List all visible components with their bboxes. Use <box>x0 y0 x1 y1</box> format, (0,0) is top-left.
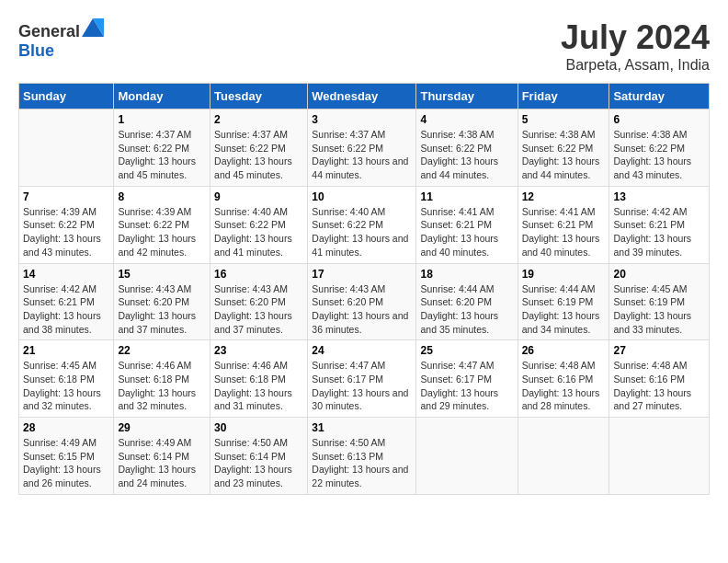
header-day: Sunday <box>19 84 114 109</box>
day-number: 29 <box>118 421 206 434</box>
day-detail: Sunrise: 4:40 AMSunset: 6:22 PMDaylight:… <box>214 205 303 259</box>
day-number: 12 <box>522 190 606 203</box>
page-header: General Blue July 2024 Barpeta, Assam, I… <box>18 18 710 74</box>
calendar-cell <box>19 109 114 187</box>
day-detail: Sunrise: 4:39 AMSunset: 6:22 PMDaylight:… <box>118 205 206 259</box>
header-day: Saturday <box>609 84 710 109</box>
day-detail: Sunrise: 4:42 AMSunset: 6:21 PMDaylight:… <box>613 205 705 259</box>
header-row: SundayMondayTuesdayWednesdayThursdayFrid… <box>19 84 710 109</box>
day-number: 31 <box>312 421 412 434</box>
day-number: 8 <box>118 190 206 203</box>
day-detail: Sunrise: 4:50 AMSunset: 6:14 PMDaylight:… <box>214 436 303 490</box>
day-number: 28 <box>23 421 109 434</box>
calendar-cell: 13Sunrise: 4:42 AMSunset: 6:21 PMDayligh… <box>609 186 710 263</box>
calendar-cell: 21Sunrise: 4:45 AMSunset: 6:18 PMDayligh… <box>19 340 114 418</box>
day-number: 21 <box>23 344 109 357</box>
day-detail: Sunrise: 4:38 AMSunset: 6:22 PMDaylight:… <box>522 128 606 182</box>
day-detail: Sunrise: 4:38 AMSunset: 6:22 PMDaylight:… <box>613 128 705 182</box>
day-number: 3 <box>312 113 412 126</box>
calendar-cell: 11Sunrise: 4:41 AMSunset: 6:21 PMDayligh… <box>416 186 518 263</box>
calendar-week-row: 28Sunrise: 4:49 AMSunset: 6:15 PMDayligh… <box>19 418 710 495</box>
day-detail: Sunrise: 4:49 AMSunset: 6:15 PMDaylight:… <box>23 436 109 490</box>
day-detail: Sunrise: 4:44 AMSunset: 6:20 PMDaylight:… <box>420 282 513 337</box>
calendar-body: 1Sunrise: 4:37 AMSunset: 6:22 PMDaylight… <box>19 109 710 495</box>
calendar-header: SundayMondayTuesdayWednesdayThursdayFrid… <box>19 84 710 109</box>
logo-blue: Blue <box>18 41 54 60</box>
calendar-cell: 23Sunrise: 4:46 AMSunset: 6:18 PMDayligh… <box>210 340 308 418</box>
calendar-cell: 7Sunrise: 4:39 AMSunset: 6:22 PMDaylight… <box>19 186 114 263</box>
calendar-cell: 3Sunrise: 4:37 AMSunset: 6:22 PMDaylight… <box>308 109 416 187</box>
calendar-week-row: 14Sunrise: 4:42 AMSunset: 6:21 PMDayligh… <box>19 263 710 340</box>
main-title: July 2024 <box>561 18 710 57</box>
calendar-cell <box>518 418 609 495</box>
day-number: 27 <box>613 344 705 357</box>
day-number: 5 <box>522 113 606 126</box>
calendar-cell: 22Sunrise: 4:46 AMSunset: 6:18 PMDayligh… <box>114 340 210 418</box>
calendar-cell: 29Sunrise: 4:49 AMSunset: 6:14 PMDayligh… <box>114 418 210 495</box>
day-number: 24 <box>312 344 412 357</box>
calendar-cell: 25Sunrise: 4:47 AMSunset: 6:17 PMDayligh… <box>416 340 518 418</box>
day-detail: Sunrise: 4:38 AMSunset: 6:22 PMDaylight:… <box>420 128 513 182</box>
calendar-week-row: 7Sunrise: 4:39 AMSunset: 6:22 PMDaylight… <box>19 186 710 263</box>
day-number: 18 <box>420 268 513 281</box>
calendar-cell: 30Sunrise: 4:50 AMSunset: 6:14 PMDayligh… <box>210 418 308 495</box>
title-block: July 2024 Barpeta, Assam, India <box>561 18 710 74</box>
day-number: 23 <box>214 344 303 357</box>
day-number: 13 <box>613 190 705 203</box>
calendar-week-row: 21Sunrise: 4:45 AMSunset: 6:18 PMDayligh… <box>19 340 710 418</box>
calendar-cell: 28Sunrise: 4:49 AMSunset: 6:15 PMDayligh… <box>19 418 114 495</box>
calendar-cell: 2Sunrise: 4:37 AMSunset: 6:22 PMDaylight… <box>210 109 308 187</box>
logo: General Blue <box>18 18 104 61</box>
day-detail: Sunrise: 4:37 AMSunset: 6:22 PMDaylight:… <box>118 128 206 182</box>
day-number: 16 <box>214 268 303 281</box>
day-detail: Sunrise: 4:47 AMSunset: 6:17 PMDaylight:… <box>312 359 412 413</box>
day-number: 25 <box>420 344 513 357</box>
calendar-cell: 17Sunrise: 4:43 AMSunset: 6:20 PMDayligh… <box>308 263 416 340</box>
day-detail: Sunrise: 4:48 AMSunset: 6:16 PMDaylight:… <box>522 359 606 413</box>
day-detail: Sunrise: 4:43 AMSunset: 6:20 PMDaylight:… <box>214 282 303 337</box>
calendar-cell: 4Sunrise: 4:38 AMSunset: 6:22 PMDaylight… <box>416 109 518 187</box>
calendar-cell: 18Sunrise: 4:44 AMSunset: 6:20 PMDayligh… <box>416 263 518 340</box>
calendar-cell: 31Sunrise: 4:50 AMSunset: 6:13 PMDayligh… <box>308 418 416 495</box>
day-detail: Sunrise: 4:41 AMSunset: 6:21 PMDaylight:… <box>420 205 513 259</box>
header-day: Monday <box>114 84 210 109</box>
calendar-week-row: 1Sunrise: 4:37 AMSunset: 6:22 PMDaylight… <box>19 109 710 187</box>
header-day: Thursday <box>416 84 518 109</box>
day-number: 9 <box>214 190 303 203</box>
calendar-cell: 6Sunrise: 4:38 AMSunset: 6:22 PMDaylight… <box>609 109 710 187</box>
calendar-cell: 1Sunrise: 4:37 AMSunset: 6:22 PMDaylight… <box>114 109 210 187</box>
day-detail: Sunrise: 4:45 AMSunset: 6:18 PMDaylight:… <box>23 359 109 413</box>
day-number: 10 <box>312 190 412 203</box>
header-day: Wednesday <box>308 84 416 109</box>
calendar-cell: 8Sunrise: 4:39 AMSunset: 6:22 PMDaylight… <box>114 186 210 263</box>
calendar-cell: 20Sunrise: 4:45 AMSunset: 6:19 PMDayligh… <box>609 263 710 340</box>
calendar-cell: 26Sunrise: 4:48 AMSunset: 6:16 PMDayligh… <box>518 340 609 418</box>
day-detail: Sunrise: 4:47 AMSunset: 6:17 PMDaylight:… <box>420 359 513 413</box>
day-number: 11 <box>420 190 513 203</box>
logo-icon <box>82 18 104 37</box>
day-number: 22 <box>118 344 206 357</box>
day-number: 6 <box>613 113 705 126</box>
day-number: 4 <box>420 113 513 126</box>
calendar-cell: 24Sunrise: 4:47 AMSunset: 6:17 PMDayligh… <box>308 340 416 418</box>
day-number: 15 <box>118 268 206 281</box>
day-detail: Sunrise: 4:48 AMSunset: 6:16 PMDaylight:… <box>613 359 705 413</box>
day-detail: Sunrise: 4:37 AMSunset: 6:22 PMDaylight:… <box>214 128 303 182</box>
day-detail: Sunrise: 4:44 AMSunset: 6:19 PMDaylight:… <box>522 282 606 337</box>
day-detail: Sunrise: 4:49 AMSunset: 6:14 PMDaylight:… <box>118 436 206 490</box>
day-number: 1 <box>118 113 206 126</box>
day-detail: Sunrise: 4:45 AMSunset: 6:19 PMDaylight:… <box>613 282 705 337</box>
calendar-cell: 15Sunrise: 4:43 AMSunset: 6:20 PMDayligh… <box>114 263 210 340</box>
logo-general: General <box>18 22 80 40</box>
calendar-cell <box>609 418 710 495</box>
calendar-cell: 19Sunrise: 4:44 AMSunset: 6:19 PMDayligh… <box>518 263 609 340</box>
day-detail: Sunrise: 4:40 AMSunset: 6:22 PMDaylight:… <box>312 205 412 259</box>
header-day: Tuesday <box>210 84 308 109</box>
day-number: 7 <box>23 190 109 203</box>
day-number: 26 <box>522 344 606 357</box>
day-detail: Sunrise: 4:41 AMSunset: 6:21 PMDaylight:… <box>522 205 606 259</box>
calendar-cell: 16Sunrise: 4:43 AMSunset: 6:20 PMDayligh… <box>210 263 308 340</box>
day-number: 20 <box>613 268 705 281</box>
calendar-cell: 10Sunrise: 4:40 AMSunset: 6:22 PMDayligh… <box>308 186 416 263</box>
calendar-cell: 9Sunrise: 4:40 AMSunset: 6:22 PMDaylight… <box>210 186 308 263</box>
